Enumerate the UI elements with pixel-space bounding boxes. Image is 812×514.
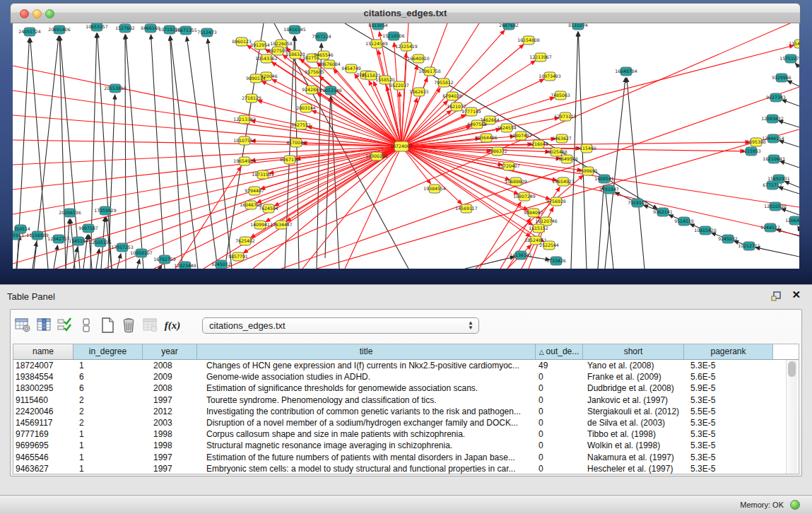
- table-cell: 2: [73, 395, 143, 405]
- close-panel-icon[interactable]: ✕: [792, 288, 801, 301]
- citation-edge[interactable]: [401, 110, 452, 146]
- network-window-titlebar[interactable]: citations_edges.txt: [10, 3, 801, 23]
- citation-edge[interactable]: [96, 249, 100, 269]
- table-cell: 5.6E-5: [684, 372, 773, 382]
- citation-edge[interactable]: [401, 142, 750, 146]
- column-header-title[interactable]: title: [197, 344, 536, 359]
- column-header-name[interactable]: name: [13, 344, 73, 359]
- graph-edge-line[interactable]: [13, 146, 401, 165]
- citation-edge[interactable]: [117, 254, 121, 269]
- node-table-header: namein_degreeyeartitle△out_de...shortpag…: [13, 344, 799, 360]
- table-settings-icon[interactable]: [13, 316, 32, 334]
- table-row[interactable]: 946554611997Estimation of the future num…: [13, 452, 799, 463]
- column-header-year[interactable]: year: [143, 344, 197, 359]
- citation-edge[interactable]: [170, 36, 182, 269]
- table-row[interactable]: 911546021997Tourette syndrome. Phenomeno…: [13, 395, 799, 406]
- new-document-icon[interactable]: [98, 316, 117, 334]
- memory-ok-indicator[interactable]: [790, 500, 800, 510]
- table-cell: 0: [536, 418, 583, 428]
- citation-edge[interactable]: [54, 245, 58, 269]
- table-row[interactable]: 1872400712008Changes of HCN gene express…: [13, 360, 799, 371]
- citation-edge[interactable]: [479, 202, 521, 269]
- table-cell: de Silva et al. (2003): [583, 418, 684, 428]
- citation-edge[interactable]: [258, 100, 401, 146]
- table-cell: 5.3E-5: [684, 429, 773, 439]
- citation-edge[interactable]: [90, 33, 97, 269]
- table-row[interactable]: 1456911722003Disruption of a novel membe…: [13, 417, 799, 428]
- table-row[interactable]: 1938455462009Genome-wide association stu…: [13, 371, 799, 382]
- graph-edge-line[interactable]: [13, 115, 401, 146]
- graph-node-label: 18807249: [513, 194, 536, 199]
- citation-edge[interactable]: [208, 39, 232, 269]
- citation-edge[interactable]: [137, 259, 140, 269]
- column-header-in_degree[interactable]: in_degree: [73, 344, 143, 359]
- citation-edge[interactable]: [605, 78, 625, 269]
- citation-edge[interactable]: [779, 141, 799, 147]
- graph-node-label: 19384554: [423, 186, 446, 191]
- citation-edge[interactable]: [187, 37, 218, 269]
- graph-node-label: 15720407: [498, 163, 520, 168]
- table-selector-dropdown[interactable]: citations_edges.txt ▲▼: [202, 317, 479, 334]
- citation-edge[interactable]: [798, 226, 799, 229]
- table-toolbar-panel: f(x) citations_edges.txt ▲▼ namein_degre…: [10, 309, 802, 477]
- graph-node-label: 7512473: [197, 30, 217, 35]
- citation-edge[interactable]: [465, 257, 514, 269]
- scrollbar-thumb[interactable]: [788, 361, 796, 377]
- graph-node-label: 8215953: [741, 148, 761, 153]
- citation-edge[interactable]: [16, 235, 20, 269]
- graph-node-label: 16961758: [418, 69, 441, 74]
- table-cell: 49: [536, 361, 583, 370]
- graph-edge-line[interactable]: [13, 140, 401, 146]
- citation-edge[interactable]: [627, 78, 645, 269]
- citation-edge[interactable]: [787, 81, 799, 86]
- citation-edge[interactable]: [125, 35, 126, 269]
- table-vertical-scrollbar[interactable]: [786, 360, 797, 474]
- table-cell: 22420046: [13, 407, 73, 416]
- column-header-out_de[interactable]: △out_de...: [536, 344, 583, 359]
- graph-node-label: 9777169: [461, 109, 481, 114]
- column-select-icon[interactable]: [35, 316, 53, 334]
- table-cell: 0: [536, 464, 583, 474]
- citation-edge[interactable]: [401, 146, 461, 204]
- citation-edge[interactable]: [782, 100, 799, 106]
- citation-edge[interactable]: [779, 121, 799, 127]
- graph-node-label: 16154808: [517, 37, 540, 42]
- citation-edge[interactable]: [151, 35, 165, 269]
- graph-node-label: 9362141: [653, 209, 673, 214]
- table-cell: Franke et al. (2009): [583, 372, 684, 382]
- graph-edge-line[interactable]: [13, 90, 401, 146]
- citation-edge[interactable]: [126, 35, 143, 269]
- citation-edge[interactable]: [780, 161, 799, 168]
- graph-node-label: 18724007: [390, 144, 413, 148]
- delete-table-icon[interactable]: [119, 316, 138, 334]
- table-row[interactable]: 977716911998Corpus callosum shape and si…: [13, 428, 799, 440]
- graph-node-label: 12505135: [89, 240, 112, 245]
- table-row[interactable]: 946362711997Embryonic stem cells: a mode…: [13, 463, 799, 474]
- graph-node-label: 1409541: [594, 176, 614, 181]
- row-check-icon[interactable]: [56, 316, 74, 334]
- citation-edge[interactable]: [170, 36, 198, 269]
- graph-node-label: 14569117: [455, 206, 478, 211]
- column-header-short[interactable]: short: [583, 344, 684, 359]
- table-row[interactable]: 969969511998Structural magnetic resonanc…: [13, 440, 799, 451]
- citation-edge[interactable]: [401, 146, 551, 199]
- citation-edge[interactable]: [779, 187, 799, 194]
- float-panel-icon[interactable]: [771, 291, 782, 302]
- column-header-pagerank[interactable]: pagerank: [684, 344, 773, 359]
- citation-edge[interactable]: [598, 185, 604, 269]
- citation-edge[interactable]: [755, 247, 799, 257]
- citation-edge[interactable]: [795, 63, 799, 67]
- table-cell: 2003: [143, 418, 197, 428]
- citation-edge[interactable]: [784, 181, 799, 187]
- citation-edge[interactable]: [781, 209, 799, 215]
- table-row[interactable]: 1830029562008Estimation of significance …: [13, 382, 799, 394]
- table-mode-icon[interactable]: [77, 316, 95, 334]
- table-row[interactable]: 2242004622012Investigating the contribut…: [13, 406, 799, 417]
- node-table[interactable]: namein_degreeyeartitle△out_de...shortpag…: [13, 344, 799, 474]
- node-table-body: 1872400712008Changes of HCN gene express…: [13, 360, 799, 474]
- network-canvas[interactable]: 1872400724055724206914061065325715276028…: [13, 23, 799, 269]
- graph-edge-line[interactable]: [13, 146, 401, 239]
- graph-edge-line[interactable]: [13, 146, 401, 214]
- function-builder-icon[interactable]: f(x): [162, 320, 183, 332]
- graph-node-label: 17359929: [94, 208, 117, 213]
